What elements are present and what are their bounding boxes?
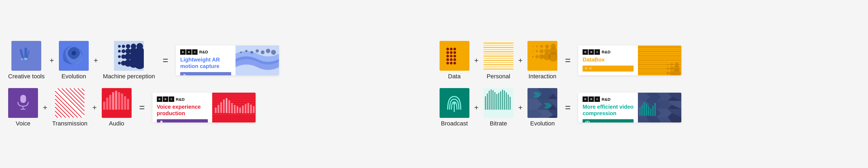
bitrate-tile bbox=[484, 88, 514, 118]
svg-rect-177 bbox=[506, 92, 507, 110]
db-thumb-icon2 bbox=[589, 67, 592, 70]
svg-point-30 bbox=[240, 52, 242, 53]
interaction-item: Interaction bbox=[527, 41, 557, 80]
svg-point-159 bbox=[670, 67, 674, 70]
svg-rect-80 bbox=[228, 100, 230, 113]
left-section: Creative tools + Evolution + bbox=[8, 41, 429, 127]
svg-rect-89 bbox=[253, 106, 254, 113]
bbc-boxes-databox: B B C bbox=[583, 49, 600, 55]
transmission-label: Transmission bbox=[52, 120, 87, 127]
vid-b2: B bbox=[589, 97, 594, 102]
svg-rect-57 bbox=[112, 92, 114, 110]
rd-label-databox: R&D bbox=[601, 49, 611, 54]
voice-b1: B bbox=[157, 97, 162, 102]
row-ar: Creative tools + Evolution + bbox=[8, 41, 429, 80]
main-container: Creative tools + Evolution + bbox=[8, 41, 860, 127]
svg-point-158 bbox=[667, 67, 669, 70]
data-icon bbox=[444, 45, 465, 67]
row-voice: Voice + bbox=[8, 88, 429, 127]
evolution2-icon bbox=[527, 88, 557, 118]
svg-point-33 bbox=[256, 49, 259, 53]
broadcast-tile bbox=[440, 88, 469, 118]
creative-tools-tile bbox=[11, 41, 41, 71]
svg-rect-56 bbox=[109, 95, 111, 110]
video-title: More efficient video compression bbox=[583, 103, 633, 116]
svg-point-5 bbox=[72, 51, 76, 55]
svg-point-130 bbox=[535, 55, 538, 58]
result-video[interactable]: B B C R&D More efficient video compressi… bbox=[578, 93, 681, 123]
svg-line-51 bbox=[78, 88, 85, 95]
result-voice[interactable]: B B C R&D Voice experience production bbox=[153, 93, 256, 123]
svg-point-12 bbox=[122, 49, 125, 53]
plus-2: + bbox=[94, 56, 98, 65]
svg-rect-179 bbox=[509, 97, 510, 110]
svg-point-165 bbox=[453, 102, 455, 105]
svg-rect-189 bbox=[654, 103, 656, 116]
svg-rect-185 bbox=[646, 103, 647, 116]
machine-perception-label: Machine perception bbox=[103, 73, 155, 80]
svg-point-131 bbox=[539, 54, 544, 59]
svg-rect-188 bbox=[652, 106, 654, 116]
db-b1: B bbox=[583, 49, 588, 55]
personal-tile bbox=[484, 41, 514, 71]
svg-rect-2 bbox=[20, 49, 24, 59]
svg-line-50 bbox=[55, 111, 62, 117]
row-databox: Data + bbox=[440, 41, 860, 80]
equals-1: = bbox=[162, 55, 168, 66]
personal-icon bbox=[484, 41, 514, 71]
svg-rect-63 bbox=[160, 121, 162, 123]
svg-point-34 bbox=[261, 51, 265, 54]
svg-rect-183 bbox=[642, 105, 643, 116]
svg-point-11 bbox=[118, 50, 121, 53]
audio-item: Audio bbox=[102, 88, 132, 127]
svg-rect-81 bbox=[231, 103, 233, 113]
svg-point-7 bbox=[122, 45, 125, 48]
svg-rect-168 bbox=[489, 91, 490, 110]
databox-mini-thumb bbox=[583, 66, 633, 71]
svg-point-32 bbox=[250, 51, 253, 54]
result-databox-text: B B C R&D DataBox bbox=[578, 45, 638, 75]
evolution-tile bbox=[59, 41, 89, 71]
svg-point-125 bbox=[536, 50, 538, 52]
svg-point-95 bbox=[454, 51, 456, 54]
db-thumb-icon bbox=[585, 67, 588, 70]
svg-point-35 bbox=[266, 49, 270, 53]
ar-pattern bbox=[236, 45, 279, 75]
data-tile bbox=[440, 41, 469, 71]
svg-point-119 bbox=[532, 46, 533, 47]
svg-point-126 bbox=[540, 49, 544, 53]
svg-point-121 bbox=[540, 45, 543, 48]
svg-point-122 bbox=[545, 44, 549, 48]
svg-point-140 bbox=[590, 68, 590, 69]
video-result-image bbox=[638, 93, 681, 123]
svg-line-46 bbox=[55, 103, 70, 117]
result-databox[interactable]: B B C R&D DataBox bbox=[578, 45, 681, 75]
row-video: Broadcast + bbox=[440, 88, 860, 127]
svg-rect-175 bbox=[502, 90, 503, 110]
vid-thumb-icon bbox=[585, 120, 590, 123]
svg-rect-174 bbox=[500, 91, 501, 110]
svg-point-103 bbox=[450, 62, 453, 65]
vid-b1: B bbox=[583, 97, 588, 102]
perception-icon bbox=[114, 41, 144, 71]
video-mini-thumb bbox=[583, 119, 633, 123]
data-label: Data bbox=[448, 73, 461, 80]
rd-label-ar: R&D bbox=[199, 49, 208, 54]
svg-point-31 bbox=[245, 50, 247, 52]
result-ar[interactable]: B B C R&D Lightweight AR motion capture bbox=[176, 45, 279, 75]
bbc-logo-video: B B C R&D bbox=[583, 97, 633, 102]
voice-item: Voice bbox=[8, 88, 38, 127]
svg-rect-169 bbox=[491, 90, 492, 110]
svg-point-134 bbox=[585, 67, 586, 68]
svg-rect-171 bbox=[494, 92, 495, 110]
svg-point-163 bbox=[673, 69, 681, 75]
svg-rect-77 bbox=[220, 102, 222, 113]
svg-rect-170 bbox=[493, 90, 494, 110]
db-c: C bbox=[594, 49, 600, 55]
ar-title: Lightweight AR motion capture bbox=[180, 56, 231, 69]
svg-point-161 bbox=[666, 72, 669, 74]
svg-rect-172 bbox=[496, 94, 497, 110]
databox-pattern bbox=[638, 45, 681, 75]
data-item: Data bbox=[440, 41, 469, 80]
bbc-b2: B bbox=[186, 49, 192, 55]
